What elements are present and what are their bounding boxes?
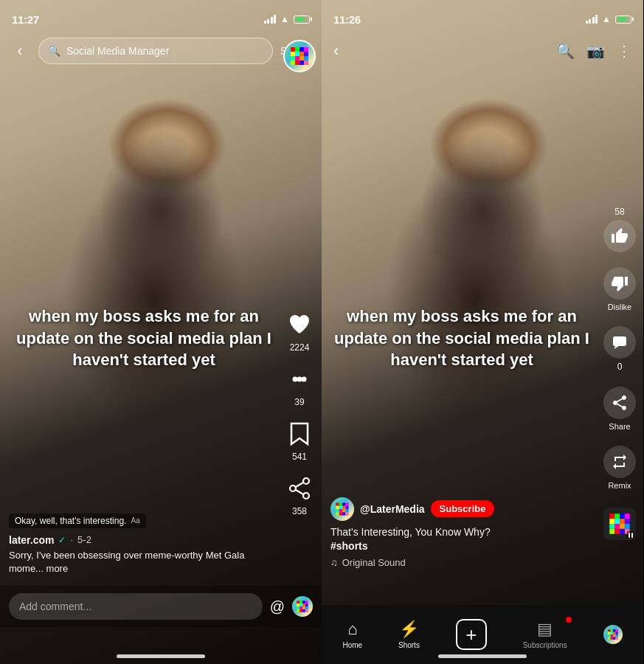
comment-placeholder: Add comment... — [19, 601, 91, 612]
nav-item-shorts[interactable]: ⚡ Shorts — [389, 615, 429, 654]
svg-rect-38 — [302, 609, 305, 612]
comment-action[interactable]: 39 — [285, 364, 314, 407]
svg-rect-56 — [336, 502, 339, 505]
svg-point-20 — [290, 485, 296, 491]
svg-rect-61 — [339, 506, 342, 509]
signal-icon — [264, 15, 277, 24]
svg-rect-37 — [300, 609, 302, 612]
thumbs-up-icon — [611, 227, 629, 245]
wifi-icon-right: ▲ — [602, 14, 611, 24]
battery-fill-right — [617, 17, 627, 21]
like-action[interactable]: 2224 — [285, 310, 314, 353]
svg-rect-50 — [620, 524, 625, 529]
verified-icon: ✓ — [58, 535, 66, 545]
post-time: 5-2 — [77, 534, 91, 545]
yt-comment-icon-wrap — [603, 326, 636, 359]
status-icons-left: ▲ — [264, 14, 310, 24]
svg-rect-62 — [342, 506, 345, 509]
tiktok-actions: 2224 39 541 — [285, 310, 314, 516]
nav-item-home[interactable]: ⌂ Home — [333, 615, 371, 654]
yt-share-action[interactable]: Share — [603, 387, 636, 431]
status-time-right: 11:26 — [333, 13, 361, 26]
svg-rect-14 — [300, 60, 304, 65]
yt-channel-name[interactable]: @LaterMedia — [360, 503, 425, 515]
svg-rect-86 — [613, 637, 615, 639]
nav-item-subscriptions[interactable]: ▤ Subscriptions — [514, 615, 576, 654]
svg-rect-46 — [620, 519, 625, 524]
youtube-phone: 11:26 ▲ ‹ 🔍 📷 ⋮ when my boss asks me for… — [322, 0, 643, 664]
svg-rect-47 — [625, 519, 630, 524]
svg-rect-6 — [300, 52, 304, 56]
subscribe-button[interactable]: Subscribe — [431, 500, 495, 517]
yt-remix-icon-wrap — [603, 446, 636, 478]
svg-rect-5 — [295, 52, 300, 56]
battery-icon-right — [615, 15, 631, 24]
home-indicator-right — [438, 654, 527, 658]
yt-comment-count: 0 — [617, 362, 623, 372]
yt-back-button[interactable]: ‹ — [333, 41, 339, 60]
nav-item-create[interactable]: + — [447, 615, 496, 654]
status-time-left: 11:27 — [12, 13, 39, 26]
username[interactable]: later.com — [9, 534, 54, 546]
share-action[interactable]: 358 — [285, 474, 314, 516]
yt-dislike-action[interactable]: Dislike — [603, 267, 636, 311]
search-bar[interactable]: 🔍 Social Media Manager — [38, 38, 273, 64]
yt-hashtag[interactable]: #shorts — [330, 540, 368, 552]
yt-more-icon[interactable]: ⋮ — [617, 42, 631, 60]
user-avatar-comment[interactable] — [292, 596, 313, 617]
svg-rect-85 — [610, 637, 612, 639]
yt-channel-avatar[interactable] — [330, 497, 354, 521]
search-input-text[interactable]: Social Media Manager — [66, 45, 263, 57]
svg-rect-73 — [610, 629, 612, 632]
yt-channel-logo-action[interactable] — [603, 508, 636, 540]
svg-rect-67 — [345, 509, 348, 512]
nav-label-home: Home — [342, 641, 362, 649]
creator-avatar-top[interactable] — [283, 40, 316, 72]
svg-rect-69 — [339, 512, 342, 515]
yt-search-icon[interactable]: 🔍 — [556, 42, 575, 60]
yt-remix-action[interactable]: Remix — [603, 446, 636, 490]
svg-rect-15 — [304, 60, 308, 65]
svg-rect-79 — [615, 632, 617, 634]
subscriptions-icon: ▤ — [537, 620, 553, 639]
svg-rect-13 — [295, 60, 300, 65]
nav-label-shorts: Shorts — [398, 641, 420, 649]
yt-like-icon-wrap — [603, 220, 636, 252]
svg-line-23 — [296, 490, 303, 494]
creator-logo-icon — [289, 46, 310, 66]
svg-rect-52 — [609, 529, 614, 534]
yt-camera-icon[interactable]: 📷 — [586, 42, 605, 60]
svg-rect-49 — [614, 524, 620, 529]
comment-input[interactable]: Add comment... — [9, 593, 263, 620]
yt-comment-action[interactable]: 0 — [603, 326, 636, 372]
svg-rect-75 — [615, 629, 617, 632]
svg-rect-84 — [608, 637, 610, 639]
svg-rect-11 — [304, 56, 308, 60]
video-main-text: when my boss asks me for an update on th… — [10, 305, 277, 371]
svg-rect-26 — [302, 601, 305, 604]
yt-share-label: Share — [609, 422, 630, 431]
like-icon — [285, 310, 314, 339]
svg-rect-0 — [291, 47, 295, 52]
svg-rect-35 — [305, 606, 308, 609]
svg-rect-68 — [336, 512, 339, 515]
svg-rect-4 — [291, 52, 295, 56]
create-button[interactable]: + — [456, 619, 487, 650]
user-info: later.com ✓ · 5-2 — [9, 534, 277, 546]
svg-rect-30 — [302, 604, 305, 606]
nav-item-library[interactable] — [595, 620, 631, 649]
battery-fill — [296, 17, 305, 21]
tiktok-phone: 11:27 ▲ ‹ 🔍 Social Media Manager Search — [0, 0, 322, 664]
back-button[interactable]: ‹ — [9, 41, 31, 60]
at-icon[interactable]: @ — [270, 598, 285, 615]
user-avatar-nav — [603, 625, 623, 644]
yt-sound-row: ♫ Original Sound — [330, 557, 592, 568]
svg-rect-65 — [339, 509, 342, 512]
bookmark-action[interactable]: 541 — [285, 419, 314, 462]
svg-rect-66 — [342, 509, 345, 512]
yt-sound-text[interactable]: Original Sound — [342, 557, 406, 568]
svg-rect-48 — [609, 524, 614, 529]
svg-rect-58 — [342, 502, 345, 505]
yt-like-action[interactable]: 58 — [603, 207, 636, 252]
wifi-icon: ▲ — [280, 14, 289, 24]
